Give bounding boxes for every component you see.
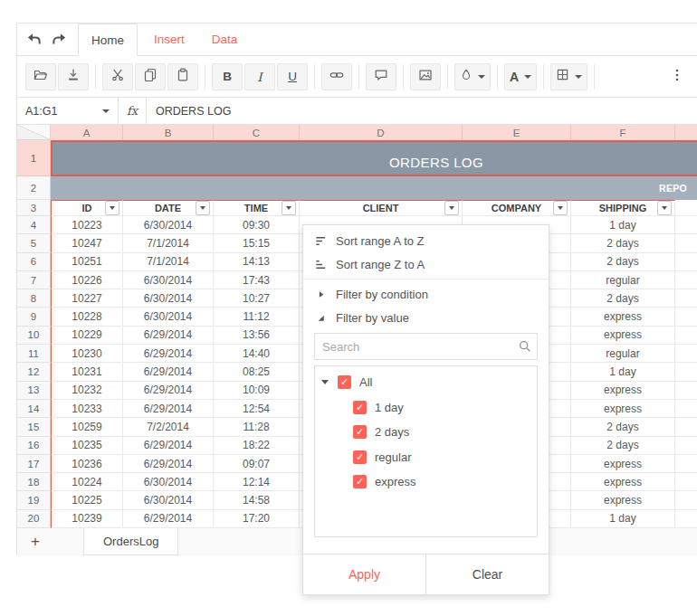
cell[interactable]: 7/2/2014 xyxy=(123,418,214,436)
cell[interactable]: 6/30/2014 xyxy=(123,491,214,509)
apply-button[interactable]: Apply xyxy=(303,554,426,594)
cell[interactable]: 18:22 xyxy=(214,437,300,455)
column-header-e[interactable]: E xyxy=(463,125,571,140)
row-header-9[interactable]: 9 xyxy=(17,308,51,326)
filter-button-time[interactable] xyxy=(282,201,296,215)
cell[interactable]: express xyxy=(571,400,675,418)
cell[interactable]: 10229 xyxy=(51,327,123,345)
cell[interactable] xyxy=(675,327,697,345)
cell[interactable] xyxy=(675,491,697,509)
cell[interactable] xyxy=(675,473,697,491)
cell[interactable]: 6/30/2014 xyxy=(123,308,214,326)
cell[interactable]: 10224 xyxy=(51,473,123,491)
cell[interactable]: 14:58 xyxy=(214,491,300,509)
row-header-5[interactable]: 5 xyxy=(17,234,51,252)
cell[interactable]: 6/29/2014 xyxy=(123,382,214,400)
filter-value-regular[interactable]: ✓regular xyxy=(320,445,531,470)
cell[interactable]: 7/1/2014 xyxy=(123,253,214,271)
column-header-d[interactable]: D xyxy=(300,125,463,140)
cell[interactable]: 10251 xyxy=(51,253,123,271)
borders-button[interactable] xyxy=(550,63,587,90)
row-header-16[interactable]: 16 xyxy=(17,437,51,455)
cell[interactable] xyxy=(675,253,697,271)
cell[interactable]: express xyxy=(571,473,675,491)
paste-button[interactable] xyxy=(167,63,198,90)
filter-button-client[interactable] xyxy=(444,201,459,215)
column-header-f[interactable]: F xyxy=(571,125,675,140)
cell[interactable]: 2 days xyxy=(571,437,675,455)
menu-item-filter-by-value[interactable]: Filter by value xyxy=(303,306,549,329)
row-header-14[interactable]: 14 xyxy=(17,400,51,418)
filter-value-2-days[interactable]: ✓2 days xyxy=(320,420,531,445)
checkbox-2-days[interactable]: ✓ xyxy=(353,425,367,439)
cell[interactable] xyxy=(675,234,697,252)
row-header-8[interactable]: 8 xyxy=(17,289,51,308)
tab-data[interactable]: Data xyxy=(201,24,249,55)
cell[interactable]: 10227 xyxy=(51,289,123,308)
cell[interactable]: 10231 xyxy=(51,363,123,381)
cell[interactable]: 6/30/2014 xyxy=(123,216,214,234)
cell[interactable]: 10:27 xyxy=(214,289,300,308)
text-color-button[interactable]: A xyxy=(504,63,537,90)
cell[interactable] xyxy=(675,455,697,473)
row-header-17[interactable]: 17 xyxy=(17,455,51,473)
cell[interactable]: 11:28 xyxy=(214,418,300,436)
copy-button[interactable] xyxy=(135,63,166,90)
cell[interactable] xyxy=(675,418,697,436)
row-header-2[interactable]: 2 xyxy=(17,176,51,200)
cell[interactable]: 08:25 xyxy=(214,363,300,381)
italic-button[interactable]: I xyxy=(244,63,275,90)
cell[interactable]: express xyxy=(571,308,675,326)
cell[interactable] xyxy=(675,437,697,455)
cell[interactable]: 1 day xyxy=(571,510,675,528)
row-header-20[interactable]: 20 xyxy=(17,510,51,528)
row-header-19[interactable]: 19 xyxy=(17,491,51,509)
cell[interactable]: 10232 xyxy=(51,382,123,400)
checkbox-1-day[interactable]: ✓ xyxy=(353,401,367,414)
checkbox-all[interactable]: ✓ xyxy=(338,375,351,389)
tab-home[interactable]: Home xyxy=(78,24,138,56)
undo-icon[interactable] xyxy=(22,28,45,52)
column-header-b[interactable]: B xyxy=(123,125,214,140)
more-options-button[interactable] xyxy=(665,67,689,87)
cell[interactable]: 10:09 xyxy=(214,382,300,400)
row-header-11[interactable]: 11 xyxy=(17,345,51,363)
cell[interactable]: 10226 xyxy=(51,271,123,289)
cell[interactable] xyxy=(675,200,697,216)
cell[interactable]: 10236 xyxy=(51,455,123,473)
cell[interactable]: 6/29/2014 xyxy=(123,510,214,528)
row-header-1[interactable]: 1 xyxy=(17,140,51,176)
table-header-id[interactable]: ID xyxy=(51,200,123,216)
cell[interactable] xyxy=(675,271,697,289)
row-header-6[interactable]: 6 xyxy=(17,253,51,271)
cell[interactable]: 17:20 xyxy=(214,510,300,528)
cell[interactable]: 10235 xyxy=(51,437,123,455)
tree-caret-icon[interactable] xyxy=(320,378,329,387)
link-button[interactable] xyxy=(321,63,352,90)
cell[interactable]: express xyxy=(571,491,675,509)
cell[interactable]: 12:14 xyxy=(214,473,300,491)
menu-item-sort-range-a-to-z[interactable]: Sort range A to Z xyxy=(303,229,549,252)
row-header-12[interactable]: 12 xyxy=(17,363,51,381)
menu-item-filter-by-condition[interactable]: Filter by condition xyxy=(303,282,549,306)
fill-color-button[interactable] xyxy=(454,63,491,90)
cell[interactable]: 6/29/2014 xyxy=(123,437,214,455)
filter-button-id[interactable] xyxy=(105,201,119,215)
cell[interactable]: 10230 xyxy=(51,345,123,363)
chevron-down-icon[interactable] xyxy=(102,109,110,113)
row-header-10[interactable]: 10 xyxy=(17,327,51,345)
cell[interactable]: 11:12 xyxy=(214,308,300,326)
redo-icon[interactable] xyxy=(47,28,71,52)
select-all-corner[interactable] xyxy=(17,125,51,140)
name-box[interactable]: A1:G1 xyxy=(17,98,119,124)
comment-button[interactable] xyxy=(366,63,396,90)
cell[interactable]: 6/29/2014 xyxy=(123,455,214,473)
filter-value-1-day[interactable]: ✓1 day xyxy=(320,395,531,421)
cell[interactable]: 6/29/2014 xyxy=(123,345,214,363)
merged-title-cell[interactable]: ORDERS LOG xyxy=(51,140,697,176)
filter-button-company[interactable] xyxy=(553,201,568,215)
merged-subtitle-cell[interactable]: REPO xyxy=(51,176,697,200)
cell[interactable]: 2 days xyxy=(571,418,675,436)
cell[interactable] xyxy=(675,216,697,234)
cell[interactable] xyxy=(675,345,697,363)
